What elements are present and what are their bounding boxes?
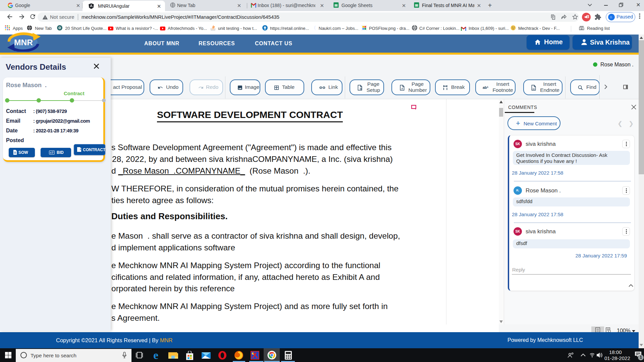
svg-text:1: 1 [487,85,489,88]
svg-text:MNR: MNR [14,38,33,47]
svg-text:$: $ [50,152,51,154]
svg-text:#: # [401,87,403,90]
svg-text:[ii]: [ii] [533,88,535,90]
svg-text:ab: ab [483,85,487,89]
